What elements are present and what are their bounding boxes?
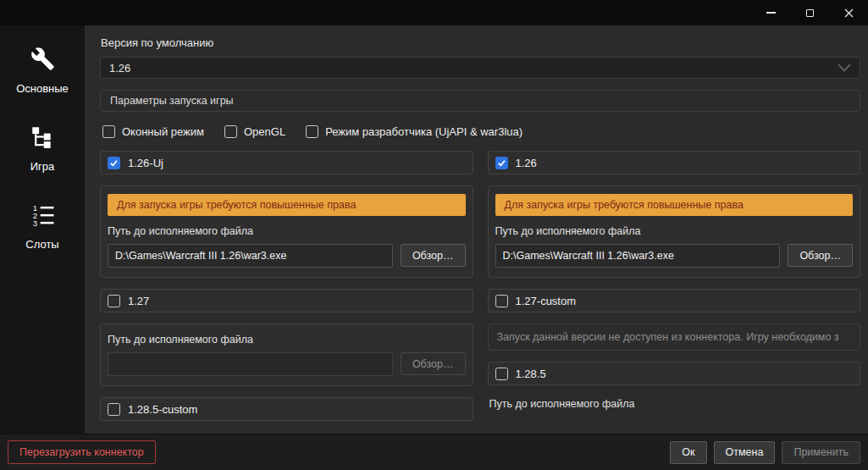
browse-button[interactable]: Обзор…	[788, 244, 853, 267]
reload-connector-button[interactable]: Перезагрузить коннектор	[8, 440, 156, 464]
exe-path-label: Путь до исполняемого файла	[108, 334, 466, 346]
version-column-left: 1.26-Uj Для запуска игры требуются повыш…	[100, 151, 473, 421]
numbered-list-icon: 1 2 3	[31, 198, 54, 230]
browse-button[interactable]: Обзор…	[401, 244, 466, 267]
check-icon	[497, 158, 506, 168]
version-1-27-checkbox[interactable]	[108, 295, 120, 307]
option-windowed-mode: Оконный режим	[102, 125, 204, 138]
exe-path-row: Обзор…	[108, 352, 466, 376]
opengl-label: OpenGL	[244, 125, 285, 138]
version-1-26-settings: Для запуска игры требуются повышенные пр…	[488, 185, 861, 278]
maximize-button[interactable]	[790, 0, 829, 25]
version-unavailable-message: Запуск данной версии не доступен из конн…	[488, 323, 861, 351]
exe-path-label: Путь до исполняемого файла	[495, 225, 854, 237]
developer-mode-label: Режим разработчика (UjAPI & war3lua)	[325, 125, 522, 138]
version-label: 1.27-custom	[516, 295, 577, 307]
exe-path-row: Обзор…	[108, 244, 466, 268]
check-icon	[109, 158, 119, 168]
windowed-mode-label: Оконный режим	[122, 125, 204, 138]
close-icon	[844, 8, 854, 18]
version-row-1-27: 1.27	[100, 289, 473, 312]
exe-path-input[interactable]	[495, 244, 781, 268]
wrench-icon	[30, 42, 55, 75]
version-row-1-28-5: 1.28.5	[488, 362, 861, 385]
browse-button[interactable]: Обзор…	[401, 352, 466, 375]
minimize-button[interactable]	[751, 0, 790, 25]
default-version-select[interactable]: 1.26	[100, 57, 860, 79]
version-1-27-settings: Путь до исполняемого файла Обзор…	[100, 323, 473, 386]
version-label: 1.26-Uj	[128, 157, 163, 169]
sidebar-item-label: Основные	[16, 82, 69, 95]
version-columns: 1.26-Uj Для запуска игры требуются повыш…	[100, 151, 860, 421]
connector-settings-window: Основные Игра 1 2 3	[0, 0, 868, 470]
default-version-label: Версия по умолчанию	[101, 36, 860, 49]
sidebar-item-slots[interactable]: 1 2 3 Слоты	[25, 198, 58, 251]
version-1-27-custom-checkbox[interactable]	[495, 295, 508, 307]
version-label: 1.28.5-custom	[128, 403, 197, 416]
exe-path-row: Обзор…	[495, 244, 854, 268]
version-label: 1.28.5	[516, 368, 546, 380]
maximize-icon	[806, 9, 814, 17]
sidebar-item-main[interactable]: Основные	[16, 42, 69, 95]
version-1-28-5-custom-checkbox[interactable]	[108, 403, 120, 416]
chevron-down-icon	[838, 64, 851, 72]
minimize-icon	[766, 12, 776, 14]
launch-params-header: Параметры запуска игры	[100, 90, 860, 112]
version-column-right: 1.26 Для запуска игры требуются повышенн…	[488, 151, 861, 421]
default-version-value: 1.26	[109, 62, 130, 75]
version-1-26-checkbox[interactable]	[495, 157, 508, 169]
option-opengl: OpenGL	[224, 125, 285, 138]
game-settings-panel: Версия по умолчанию 1.26 Параметры запус…	[85, 25, 868, 434]
version-1-26-uj-checkbox[interactable]	[108, 157, 120, 169]
sidebar: Основные Игра 1 2 3	[0, 25, 85, 434]
developer-mode-checkbox[interactable]	[306, 125, 318, 138]
svg-text:3: 3	[32, 218, 36, 226]
launch-params-title: Параметры запуска игры	[110, 95, 234, 107]
option-developer-mode: Режим разработчика (UjAPI & war3lua)	[306, 125, 522, 138]
version-row-1-26-uj: 1.26-Uj	[100, 151, 473, 174]
version-label: 1.26	[516, 157, 537, 169]
version-row-1-26: 1.26	[488, 151, 861, 174]
exe-path-label: Путь до исполняемого файла	[488, 398, 861, 410]
close-button[interactable]	[829, 0, 868, 25]
sidebar-item-label: Слоты	[25, 238, 58, 251]
sidebar-item-label: Игра	[30, 160, 55, 173]
windowed-mode-checkbox[interactable]	[102, 125, 115, 138]
version-1-26-uj-settings: Для запуска игры требуются повышенные пр…	[100, 185, 473, 278]
hierarchy-icon	[30, 120, 53, 152]
exe-path-label: Путь до исполняемого файла	[108, 225, 466, 237]
apply-button[interactable]: Применить	[782, 441, 860, 464]
version-row-1-27-custom: 1.27-custom	[488, 289, 861, 312]
global-options-row: Оконный режим OpenGL Режим разработчика …	[100, 125, 860, 138]
titlebar	[0, 0, 868, 25]
exe-path-input[interactable]	[108, 352, 393, 376]
window-controls	[751, 0, 868, 25]
version-row-1-28-5-custom: 1.28.5-custom	[100, 397, 473, 421]
exe-path-input[interactable]	[108, 244, 393, 268]
version-label: 1.27	[128, 295, 149, 307]
version-1-28-5-checkbox[interactable]	[495, 368, 508, 380]
ok-button[interactable]: Ок	[670, 441, 706, 464]
footer-bar: Перезагрузить коннектор Ок Отмена Примен…	[0, 434, 868, 470]
sidebar-item-game[interactable]: Игра	[30, 120, 55, 173]
cancel-button[interactable]: Отмена	[714, 441, 776, 464]
elevated-rights-warning: Для запуска игры требуются повышенные пр…	[495, 194, 854, 216]
elevated-rights-warning: Для запуска игры требуются повышенные пр…	[108, 194, 466, 216]
opengl-checkbox[interactable]	[224, 125, 237, 138]
